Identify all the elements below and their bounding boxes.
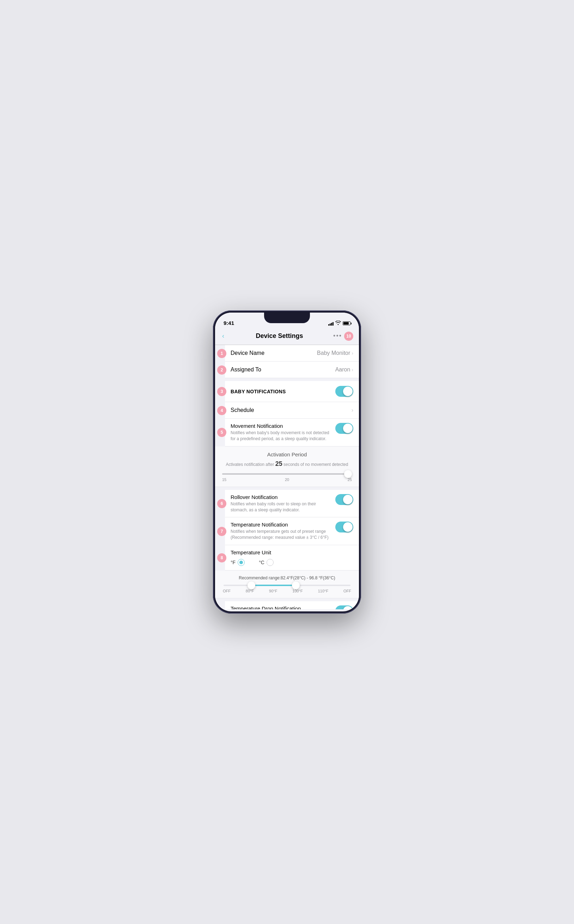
baby-notifications-toggle[interactable] xyxy=(335,386,353,397)
back-button[interactable]: ‹ xyxy=(221,331,226,341)
rollover-notification-label: Rollover Notification xyxy=(230,494,332,500)
device-name-row[interactable]: Device Name Baby Monitor › xyxy=(225,345,359,362)
schedule-row[interactable]: Schedule › xyxy=(225,402,359,419)
temperature-drop-section: 9 Temperature Drop Notification Notifies… xyxy=(225,601,359,609)
celsius-radio[interactable] xyxy=(266,559,274,566)
temperature-notification-toggle[interactable] xyxy=(335,521,353,532)
fahrenheit-label: °F xyxy=(230,560,235,565)
fahrenheit-option[interactable]: °F xyxy=(230,559,245,566)
divider-3 xyxy=(215,598,359,601)
celsius-option[interactable]: °C xyxy=(259,559,274,566)
temperature-drop-row: Temperature Drop Notification Notifies w… xyxy=(225,601,359,609)
more-options-button[interactable]: ••• xyxy=(333,332,342,340)
temperature-range-block: Recommended range:82.4°F(28°C) - 96.8 °F… xyxy=(215,571,359,598)
scroll-content[interactable]: 1 Device Name Baby Monitor › 2 Assigned … xyxy=(215,345,359,609)
badge-2: 2 xyxy=(217,365,226,375)
temperature-unit-label: Temperature Unit xyxy=(230,549,353,556)
assigned-chevron-icon: › xyxy=(352,367,353,373)
range-thumb-right[interactable] xyxy=(292,581,300,589)
device-name-section: 1 Device Name Baby Monitor › xyxy=(225,345,359,362)
badge-6: 6 xyxy=(217,499,226,508)
movement-notification-section: 5 Movement Notification Notifies when ba… xyxy=(225,419,359,447)
phone-screen: 9:41 xyxy=(215,313,359,611)
badge-7: 7 xyxy=(217,527,226,536)
notch xyxy=(264,313,310,323)
assigned-to-value: Aaron › xyxy=(335,367,353,373)
baby-notifications-row: BABY NOTIFICATIONS xyxy=(225,381,359,402)
badge-4: 4 xyxy=(217,406,226,415)
assigned-to-section: 2 Assigned To Aaron › xyxy=(225,362,359,378)
divider-2 xyxy=(215,487,359,490)
activation-period-subtitle: Activates notification after 25 seconds … xyxy=(221,460,353,468)
schedule-section: 4 Schedule › xyxy=(225,402,359,419)
fahrenheit-radio[interactable] xyxy=(238,559,245,566)
temperature-unit-row: Temperature Unit °F °C xyxy=(225,545,359,571)
activation-period-title: Activation Period xyxy=(221,452,353,457)
movement-notification-label: Movement Notification xyxy=(230,423,332,429)
baby-notifications-section: 3 BABY NOTIFICATIONS xyxy=(225,381,359,402)
toggle-thumb xyxy=(343,387,353,396)
badge-3: 3 xyxy=(217,387,226,396)
activation-period-labels: 15 20 25 xyxy=(222,477,352,482)
temperature-notification-section: 7 Temperature Notification Notifies when… xyxy=(225,517,359,545)
celsius-label: °C xyxy=(259,560,265,565)
schedule-chevron-icon: › xyxy=(352,407,353,413)
activation-period-block: Activation Period Activates notification… xyxy=(215,447,359,487)
temperature-notification-subtitle: Notifies when temperature gets out of pr… xyxy=(230,529,332,541)
status-icons xyxy=(328,321,350,326)
temperature-range-slider[interactable]: OFF 80°F 90°F 100°F 110°F OFF xyxy=(222,585,352,593)
battery-icon xyxy=(343,321,350,325)
movement-notification-subtitle: Notifies when baby's body movement is no… xyxy=(230,430,332,442)
temperature-notification-row: Temperature Notification Notifies when t… xyxy=(225,517,359,545)
temperature-range-labels: OFF 80°F 90°F 100°F 110°F OFF xyxy=(222,589,352,593)
rollover-notification-section: 6 Rollover Notification Notifies when ba… xyxy=(225,490,359,518)
signal-icon xyxy=(328,321,334,326)
device-name-label: Device Name xyxy=(230,350,265,356)
rollover-notification-subtitle: Notifies when baby rolls over to sleep o… xyxy=(230,501,332,513)
temperature-drop-toggle[interactable] xyxy=(335,605,353,609)
baby-notifications-label: BABY NOTIFICATIONS xyxy=(230,389,286,394)
status-time: 9:41 xyxy=(224,320,234,326)
nav-bar: ‹ Device Settings ••• 10 xyxy=(215,328,359,345)
temperature-unit-section: 8 Temperature Unit °F °C xyxy=(225,545,359,571)
schedule-label: Schedule xyxy=(230,407,254,413)
page-title: Device Settings xyxy=(256,332,303,340)
chevron-icon: › xyxy=(352,350,353,356)
wifi-icon xyxy=(335,321,341,326)
temperature-range-title: Recommended range:82.4°F(28°C) - 96.8 °F… xyxy=(221,576,353,581)
rollover-notification-row: Rollover Notification Notifies when baby… xyxy=(225,490,359,518)
movement-notification-row: Movement Notification Notifies when baby… xyxy=(225,419,359,447)
assigned-to-row[interactable]: Assigned To Aaron › xyxy=(225,362,359,378)
activation-period-slider[interactable]: 15 20 25 xyxy=(222,473,352,482)
movement-notification-toggle[interactable] xyxy=(335,423,353,434)
device-name-value: Baby Monitor › xyxy=(317,350,353,356)
rollover-notification-toggle[interactable] xyxy=(335,494,353,505)
badge-1: 1 xyxy=(217,349,226,358)
temperature-notification-label: Temperature Notification xyxy=(230,521,332,527)
range-thumb-left[interactable] xyxy=(248,581,255,589)
divider-1 xyxy=(215,378,359,381)
temperature-drop-label: Temperature Drop Notification xyxy=(230,605,332,609)
badge-5: 5 xyxy=(217,428,226,437)
assigned-to-label: Assigned To xyxy=(230,367,261,373)
temperature-unit-radio-group: °F °C xyxy=(230,559,353,566)
badge-10: 10 xyxy=(344,332,353,341)
phone-frame: 9:41 xyxy=(213,310,361,614)
badge-8: 8 xyxy=(217,553,226,562)
